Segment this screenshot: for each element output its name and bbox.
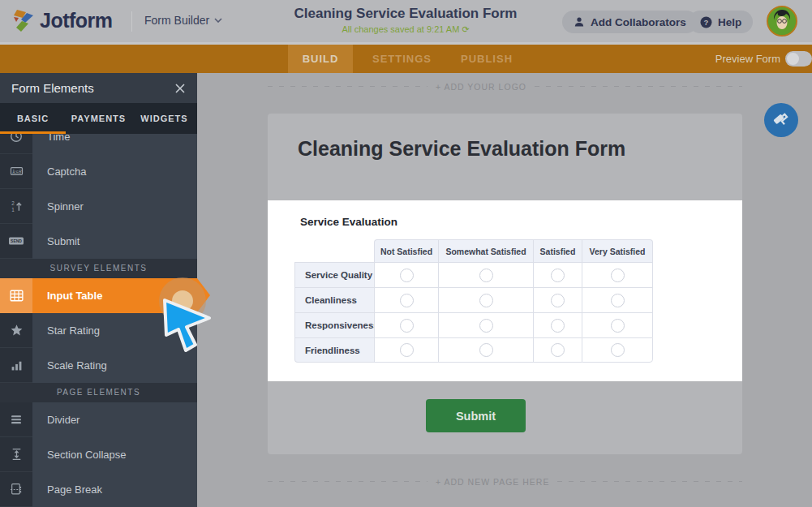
star-icon	[0, 313, 32, 348]
user-avatar	[768, 7, 796, 35]
panel-header: Form Elements	[0, 73, 197, 103]
submit-button[interactable]: Submit	[426, 399, 526, 432]
radio-cell	[438, 312, 533, 337]
radio-cell	[582, 337, 653, 363]
form-builder-label: Form Builder	[144, 14, 209, 27]
tab-publish[interactable]: PUBLISH	[450, 45, 523, 73]
paint-roller-icon	[772, 111, 790, 129]
form-designer-button[interactable]	[764, 103, 798, 137]
toggle-knob	[787, 53, 799, 65]
preview-form-toggle[interactable]	[785, 51, 812, 67]
add-logo-row: + ADD YOUR LOGO	[268, 81, 742, 92]
radio-cell	[438, 262, 533, 287]
autosave-status: All changes saved at 9:21 AM ⟳	[243, 24, 568, 35]
tab-basic[interactable]: BASIC	[0, 114, 66, 123]
avatar[interactable]	[767, 6, 797, 37]
scale-rating-icon	[0, 348, 32, 383]
dashed-line	[535, 86, 742, 87]
radio-cell	[582, 287, 653, 312]
preview-form-label: Preview Form	[681, 45, 780, 73]
add-logo-button[interactable]: + ADD YOUR LOGO	[436, 82, 526, 92]
radio-cell	[533, 337, 582, 363]
column-header: Somewhat Satisfied	[438, 239, 533, 262]
element-item-spinner[interactable]: 21 Spinner	[0, 189, 197, 224]
radio-button[interactable]	[400, 319, 414, 333]
row-label: Cleanliness	[294, 287, 374, 312]
element-label: Divider	[32, 402, 197, 437]
dashed-line	[557, 481, 742, 482]
radio-button[interactable]	[479, 294, 493, 307]
chevron-down-icon	[214, 18, 222, 23]
radio-button[interactable]	[611, 294, 625, 307]
help-button[interactable]: ? Help	[689, 11, 753, 33]
element-label: Spinner	[32, 189, 197, 224]
radio-button[interactable]	[400, 269, 414, 282]
add-collaborators-button[interactable]: Add Collaborators	[562, 11, 698, 33]
radio-button[interactable]	[611, 269, 625, 282]
radio-button[interactable]	[400, 343, 414, 357]
element-label: Captcha	[32, 154, 197, 189]
element-item-page-break[interactable]: Page Break	[0, 472, 197, 507]
radio-button[interactable]	[551, 269, 565, 282]
panel-title: Form Elements	[11, 81, 94, 95]
add-page-row: + ADD NEW PAGE HERE	[268, 476, 742, 487]
send-icon: SEND	[0, 224, 32, 259]
page-break-icon	[0, 472, 32, 507]
element-label: Section Collapse	[32, 437, 197, 472]
radio-cell	[438, 337, 533, 363]
svg-text:?: ?	[704, 18, 709, 27]
radio-button[interactable]	[479, 343, 493, 357]
app-header: Jotform Form Builder Cleaning Service Ev…	[0, 0, 812, 42]
section-header-survey: SURVEY ELEMENTS	[0, 259, 197, 278]
element-item-captcha[interactable]: ks8 Captcha	[0, 154, 197, 189]
person-icon	[574, 16, 585, 28]
radio-cell	[533, 262, 582, 287]
form-builder-menu[interactable]: Form Builder	[144, 14, 222, 27]
row-label: Service Quality	[294, 262, 374, 287]
element-item-divider[interactable]: Divider	[0, 402, 197, 437]
radio-button[interactable]	[551, 319, 565, 333]
svg-text:1: 1	[11, 207, 15, 213]
captcha-icon: ks8	[0, 154, 32, 189]
element-item-section-collapse[interactable]: Section Collapse	[0, 437, 197, 472]
tab-widgets[interactable]: WIDGETS	[131, 114, 197, 123]
column-header: Very Satisfied	[582, 239, 653, 262]
element-label: Page Break	[32, 472, 197, 507]
tab-build[interactable]: BUILD	[288, 45, 353, 73]
jotform-logo[interactable]: Jotform	[14, 9, 113, 32]
element-label: Submit	[32, 224, 197, 259]
pointer-cursor	[158, 293, 215, 358]
radio-button[interactable]	[611, 319, 625, 333]
radio-cell	[533, 312, 582, 337]
add-collaborators-label: Add Collaborators	[591, 16, 686, 28]
column-header: Not Satisfied	[374, 239, 438, 262]
add-new-page-button[interactable]: + ADD NEW PAGE HERE	[436, 477, 549, 487]
section-header-page: PAGE ELEMENTS	[0, 383, 197, 402]
table-icon	[0, 278, 32, 313]
help-label: Help	[718, 16, 741, 28]
close-icon[interactable]	[174, 83, 186, 94]
svg-text:SEND: SEND	[11, 238, 22, 243]
radio-cell	[374, 262, 438, 287]
input-table-field-card[interactable]: Service Evaluation Not SatisfiedSomewhat…	[268, 200, 742, 381]
element-item-submit[interactable]: SEND Submit	[0, 224, 197, 259]
jotform-logo-icon	[14, 10, 33, 32]
radio-button[interactable]	[611, 343, 625, 357]
tab-payments[interactable]: PAYMENTS	[66, 114, 131, 123]
active-tab-underline	[0, 131, 66, 134]
radio-button[interactable]	[551, 294, 565, 307]
spinner-icon: 21	[0, 189, 32, 224]
column-header: Satisfied	[533, 239, 582, 262]
tab-settings[interactable]: SETTINGS	[363, 45, 440, 73]
radio-cell	[582, 312, 653, 337]
radio-button[interactable]	[479, 269, 493, 282]
divider-icon	[0, 402, 32, 437]
radio-button[interactable]	[400, 294, 414, 307]
form-title-field[interactable]: Cleaning Service Evaluation Form	[298, 137, 625, 161]
radio-cell	[374, 287, 438, 312]
section-collapse-icon	[0, 437, 32, 472]
radio-button[interactable]	[551, 343, 565, 357]
table-question-label[interactable]: Service Evaluation	[300, 216, 397, 228]
autosave-text: All changes saved at 9:21 AM	[342, 24, 459, 34]
radio-button[interactable]	[479, 319, 493, 333]
